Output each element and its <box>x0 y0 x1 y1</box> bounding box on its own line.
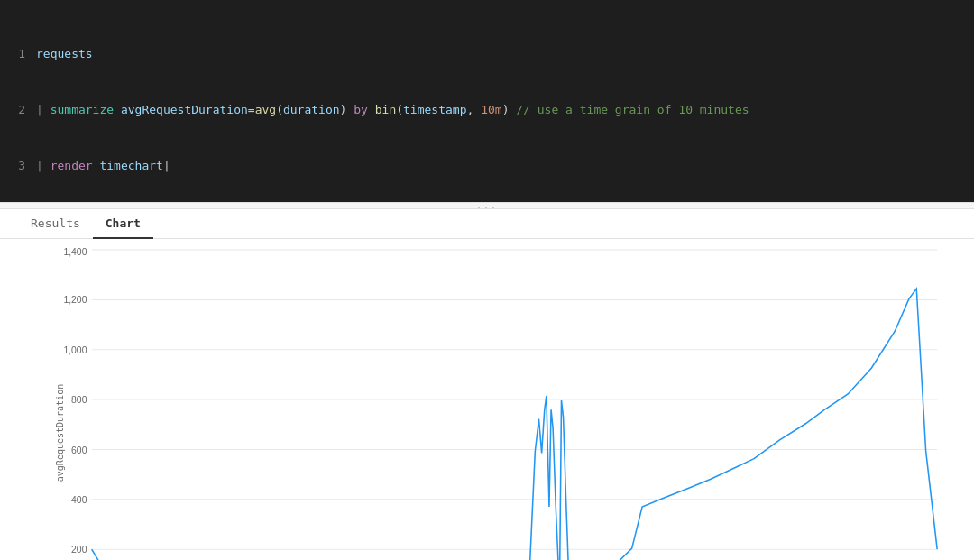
chart-container: avgRequestDuration 0 200 400 600 800 1,0… <box>9 248 965 560</box>
query-editor[interactable]: 1requests 2| summarize avgRequestDuratio… <box>0 0 974 202</box>
tabs-bar: Results Chart <box>0 209 974 239</box>
chart-svg: 0 200 400 600 800 1,000 1,200 1,400 Dec … <box>54 248 956 560</box>
chart-area: avgRequestDuration 0 200 400 600 800 1,0… <box>0 239 974 560</box>
svg-text:200: 200 <box>71 545 87 555</box>
svg-text:1,400: 1,400 <box>63 248 87 257</box>
svg-text:800: 800 <box>71 395 87 405</box>
svg-text:400: 400 <box>71 495 87 505</box>
svg-text:600: 600 <box>71 445 87 455</box>
tab-results[interactable]: Results <box>18 209 93 239</box>
tab-chart[interactable]: Chart <box>93 209 153 239</box>
svg-text:1,000: 1,000 <box>63 345 87 355</box>
divider: ... <box>0 202 974 209</box>
svg-text:1,200: 1,200 <box>63 296 87 306</box>
